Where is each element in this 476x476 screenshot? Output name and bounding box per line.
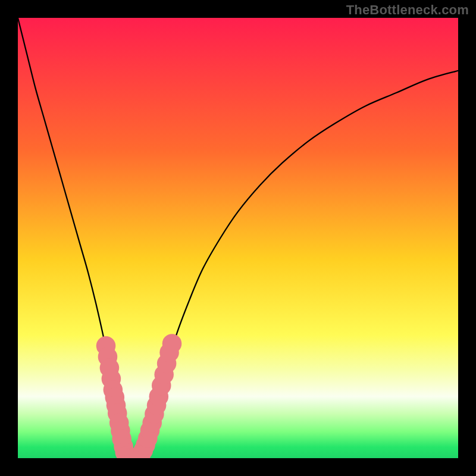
plot-area [18, 18, 458, 458]
chart-svg [18, 18, 458, 458]
scatter-point [162, 334, 182, 353]
chart-frame: TheBottleneck.com [0, 0, 476, 476]
watermark-text: TheBottleneck.com [346, 2, 469, 18]
gradient-background [18, 18, 458, 458]
